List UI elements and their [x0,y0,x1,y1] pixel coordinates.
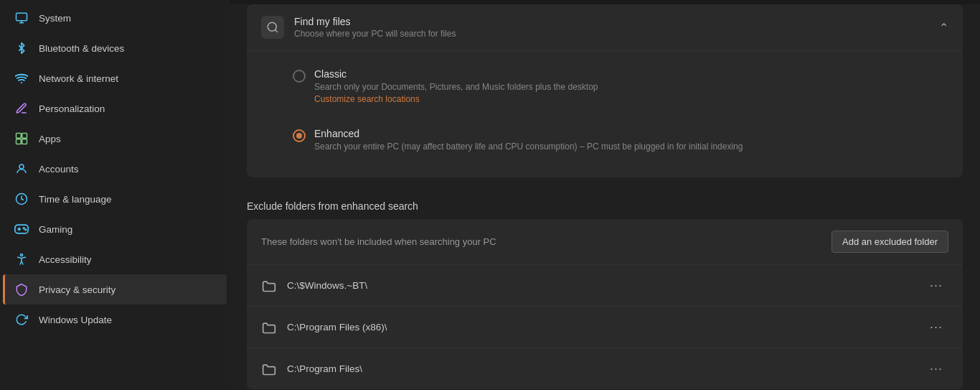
svg-rect-5 [22,134,27,139]
personalization-icon [14,101,29,116]
sidebar-item-privacy[interactable]: Privacy & security [3,274,227,305]
svg-point-8 [19,164,24,169]
apps-icon [14,131,29,146]
system-icon [14,11,29,25]
sidebar-label-privacy: Privacy & security [39,284,116,295]
svg-point-16 [268,22,276,31]
accessibility-icon [14,252,29,266]
sidebar-label-bluetooth: Bluetooth & devices [39,43,124,54]
find-my-files-card: Find my files Choose where your PC will … [247,4,963,177]
sidebar-label-accessibility: Accessibility [39,254,92,265]
sidebar-item-apps[interactable]: Apps [3,124,227,154]
add-excluded-folder-button[interactable]: Add an excluded folder [831,231,948,253]
sidebar: System Bluetooth & devices Network & int… [0,0,230,390]
find-my-files-body: Classic Search only your Documents, Pict… [247,50,963,177]
gaming-icon [14,222,29,236]
classic-label: Classic [314,68,598,80]
find-my-files-header-left: Find my files Choose where your PC will … [261,16,456,39]
classic-option[interactable]: Classic Search only your Documents, Pict… [293,57,948,105]
folder-path-1: C:\$Windows.~BT\ [287,280,367,291]
sidebar-item-bluetooth[interactable]: Bluetooth & devices [3,33,227,63]
sidebar-item-network[interactable]: Network & internet [3,63,227,93]
exclude-section-title: Exclude folders from enhanced search [247,189,963,219]
svg-line-17 [275,29,277,32]
sidebar-label-network: Network & internet [39,73,118,84]
enhanced-desc: Search your entire PC (may affect batter… [314,141,743,152]
folder-row-1: C:\$Windows.~BT\ ··· [247,265,963,307]
sidebar-label-apps: Apps [39,134,61,144]
exclude-top-row: These folders won't be included when sea… [247,219,963,265]
folder-more-button-3[interactable]: ··· [924,358,948,379]
folder-path-2: C:\Program Files (x86)\ [287,322,387,333]
privacy-icon [14,282,29,297]
folder-row-3: C:\Program Files\ ··· [247,348,963,389]
content-area: Find my files Choose where your PC will … [230,4,980,390]
sidebar-label-update: Windows Update [39,315,112,325]
sidebar-item-time[interactable]: Time & language [3,184,227,214]
folder-path-3: C:\Program Files\ [287,363,362,374]
find-files-icon [261,16,284,39]
chevron-up-icon: ⌃ [939,21,948,34]
folder-more-button-2[interactable]: ··· [924,317,948,338]
find-my-files-header[interactable]: Find my files Choose where your PC will … [247,4,963,50]
customize-link[interactable]: Customize search locations [314,94,420,104]
svg-rect-4 [17,134,22,139]
exclude-description: These folders won't be included when sea… [261,236,496,247]
sidebar-label-system: System [39,13,71,24]
svg-rect-6 [17,139,22,144]
sidebar-item-personalization[interactable]: Personalization [3,93,227,124]
accounts-icon [14,162,29,176]
svg-point-13 [24,228,25,229]
enhanced-radio[interactable] [293,129,306,142]
folder-more-button-1[interactable]: ··· [924,275,948,296]
svg-rect-7 [22,139,27,144]
classic-radio[interactable] [293,70,306,83]
sidebar-item-accessibility[interactable]: Accessibility [3,244,227,274]
time-icon [14,192,29,206]
folder-row-2: C:\Program Files (x86)\ ··· [247,307,963,348]
sidebar-label-time: Time & language [39,194,112,205]
sidebar-item-update[interactable]: Windows Update [3,305,227,335]
find-my-files-title: Find my files [294,16,456,27]
network-icon [14,71,29,85]
exclude-folders-card: These folders won't be included when sea… [247,219,963,389]
sidebar-item-accounts[interactable]: Accounts [3,154,227,184]
find-my-files-subtitle: Choose where your PC will search for fil… [294,29,456,39]
sidebar-label-personalization: Personalization [39,103,105,114]
folder-icon-3 [261,361,277,377]
svg-point-3 [21,82,22,83]
svg-rect-0 [17,13,27,21]
sidebar-item-system[interactable]: System [3,3,227,33]
sidebar-item-gaming[interactable]: Gaming [3,214,227,244]
main-content: Find my files Choose where your PC will … [230,0,980,390]
bluetooth-icon [14,41,29,55]
update-icon [14,312,29,327]
svg-point-15 [21,254,23,256]
classic-desc: Search only your Documents, Pictures, an… [314,82,598,92]
sidebar-label-gaming: Gaming [39,224,72,235]
enhanced-label: Enhanced [314,128,743,139]
enhanced-option[interactable]: Enhanced Search your entire PC (may affe… [293,116,948,152]
sidebar-label-accounts: Accounts [39,164,79,175]
svg-point-14 [25,229,27,231]
folder-icon-2 [261,320,277,335]
folder-icon-1 [261,278,277,294]
